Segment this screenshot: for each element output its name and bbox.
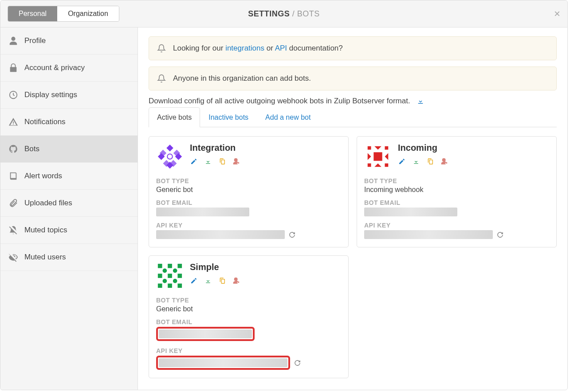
bot-email-label: BOT EMAIL	[156, 318, 341, 325]
sidebar-item-muted-users[interactable]: Muted users	[0, 244, 138, 271]
book-icon	[8, 171, 18, 181]
bot-card: Integration BOT TYPE Generic bot BOT EMA…	[149, 136, 349, 247]
alert-icon	[8, 117, 18, 127]
svg-point-2	[168, 155, 172, 158]
svg-rect-13	[158, 274, 162, 278]
sidebar-item-label: Alert words	[24, 172, 62, 180]
download-icon[interactable]	[204, 157, 212, 165]
bot-type-value: Generic bot	[156, 186, 341, 194]
deactivate-icon[interactable]	[232, 157, 240, 165]
sidebar: ProfileAccount & privacyDisplay settings…	[0, 27, 138, 390]
sidebar-item-uploaded-files[interactable]: Uploaded files	[0, 190, 138, 217]
bot-type-label: BOT TYPE	[156, 177, 341, 184]
title-sep: /	[290, 9, 297, 18]
bot-card: Incoming BOT TYPE Incoming webhook BOT E…	[357, 136, 557, 247]
download-icon[interactable]	[204, 277, 212, 285]
sidebar-item-bots[interactable]: Bots	[0, 136, 138, 163]
svg-point-18	[173, 279, 177, 283]
page-title: SETTINGS / BOTS	[248, 9, 320, 19]
refresh-icon[interactable]	[496, 231, 503, 238]
bot-name: Integration	[190, 143, 341, 153]
sidebar-item-label: Bots	[24, 145, 39, 153]
sidebar-item-alert-words[interactable]: Alert words	[0, 163, 138, 190]
svg-point-17	[163, 279, 167, 283]
clock-icon	[8, 90, 18, 100]
sidebar-item-label: Display settings	[24, 90, 77, 99]
svg-point-15	[163, 269, 167, 273]
api-link[interactable]: API	[275, 44, 287, 52]
bot-type-label: BOT TYPE	[364, 177, 549, 184]
modal-body: ProfileAccount & privacyDisplay settings…	[0, 27, 567, 390]
download-config-row: Download config of all active outgoing w…	[149, 97, 557, 106]
bot-email-value	[159, 329, 252, 338]
tab-personal[interactable]: Personal	[8, 6, 57, 21]
subtab-add-bot[interactable]: Add a new bot	[257, 107, 319, 127]
deactivate-icon[interactable]	[440, 157, 448, 165]
copy-icon[interactable]	[218, 157, 226, 165]
github-icon	[8, 144, 18, 154]
notice-text: Anyone in this organization can add bots…	[173, 74, 311, 83]
user-icon	[8, 36, 18, 46]
svg-rect-19	[168, 274, 172, 278]
edit-icon[interactable]	[190, 157, 198, 165]
subtab-inactive-bots[interactable]: Inactive bots	[200, 107, 257, 127]
notice-integrations: Looking for our integrations or API docu…	[149, 36, 557, 60]
sidebar-item-label: Notifications	[24, 118, 66, 126]
copy-icon[interactable]	[218, 277, 226, 285]
lock-icon	[8, 63, 18, 73]
bot-email-value	[364, 208, 457, 216]
bot-email-label: BOT EMAIL	[156, 199, 341, 206]
edit-icon[interactable]	[190, 277, 198, 285]
avatar	[156, 143, 184, 170]
api-key-label: API KEY	[156, 222, 341, 229]
title-strong: SETTINGS	[248, 9, 290, 18]
sidebar-item-label: Muted topics	[24, 226, 67, 235]
content: Looking for our integrations or API docu…	[138, 27, 567, 390]
tab-organization[interactable]: Organization	[57, 6, 119, 21]
download-icon[interactable]	[412, 157, 420, 165]
sidebar-item-label: Uploaded files	[24, 199, 72, 208]
bot-email-value	[156, 208, 249, 216]
sidebar-item-label: Account & privacy	[24, 63, 85, 72]
avatar	[364, 143, 392, 170]
bot-name: Simple	[190, 262, 341, 272]
svg-rect-10	[177, 283, 182, 288]
svg-rect-5	[373, 152, 382, 161]
sidebar-item-account-privacy[interactable]: Account & privacy	[0, 55, 138, 82]
copy-icon[interactable]	[426, 157, 434, 165]
bot-name: Incoming	[398, 143, 549, 153]
paperclip-icon	[8, 198, 18, 208]
download-icon[interactable]	[417, 97, 425, 105]
refresh-icon[interactable]	[288, 231, 295, 238]
api-key-value	[159, 358, 287, 367]
api-key-label: API KEY	[364, 222, 549, 229]
sidebar-item-notifications[interactable]: Notifications	[0, 109, 138, 136]
edit-icon[interactable]	[398, 157, 406, 165]
api-key-value	[364, 230, 493, 239]
subtab-active-bots[interactable]: Active bots	[149, 107, 200, 127]
notice-post: documentation?	[287, 44, 343, 52]
integrations-link[interactable]: integrations	[225, 44, 264, 52]
modal-header: Personal Organization SETTINGS / BOTS ×	[0, 0, 567, 27]
bell-icon	[157, 74, 166, 83]
bot-type-value: Generic bot	[156, 305, 341, 313]
bot-email-label: BOT EMAIL	[364, 199, 549, 206]
svg-rect-7	[158, 264, 162, 268]
bot-subtabs: Active bots Inactive bots Add a new bot	[149, 107, 557, 127]
api-key-label: API KEY	[156, 347, 341, 354]
bot-card: Simple BOT TYPE Generic bot BOT EMAIL AP…	[149, 255, 349, 378]
deactivate-icon[interactable]	[232, 277, 240, 285]
close-icon[interactable]: ×	[554, 8, 560, 19]
svg-rect-8	[177, 264, 182, 268]
sidebar-item-muted-topics[interactable]: Muted topics	[0, 217, 138, 244]
download-config-text: Download config of all active outgoing w…	[149, 97, 410, 106]
bot-type-label: BOT TYPE	[156, 297, 341, 304]
svg-rect-11	[168, 264, 172, 268]
sidebar-item-profile[interactable]: Profile	[0, 27, 138, 55]
sidebar-item-display-settings[interactable]: Display settings	[0, 82, 138, 109]
svg-rect-9	[158, 283, 162, 288]
notice-mid: or	[264, 44, 275, 52]
eye-off-icon	[8, 252, 18, 262]
notice-permissions: Anyone in this organization can add bots…	[149, 67, 557, 90]
refresh-icon[interactable]	[294, 359, 301, 366]
